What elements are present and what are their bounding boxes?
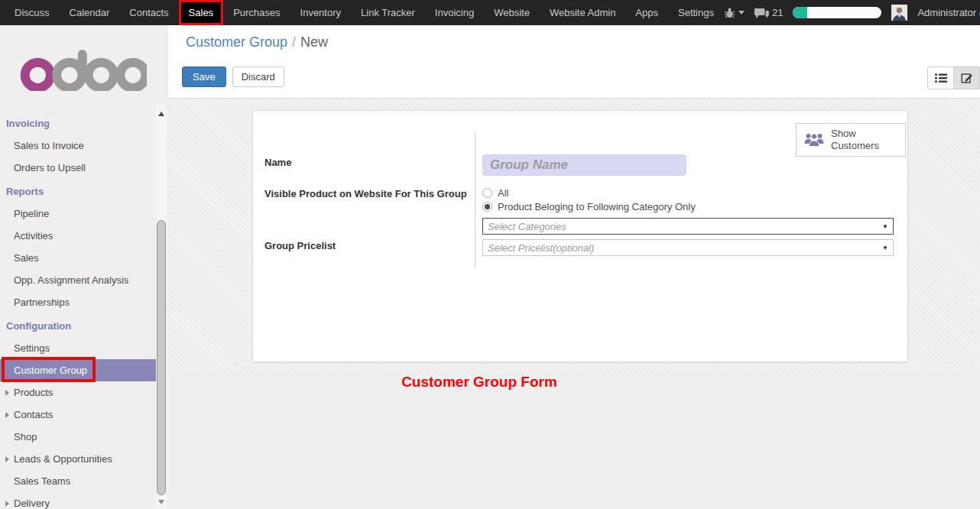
customer-group-form-card: Show Customers Name Visible Product on W… [252, 110, 908, 362]
expand-caret-icon [5, 501, 9, 507]
sidebar-item-delivery[interactable]: Delivery [0, 492, 156, 509]
expand-caret-icon [5, 412, 9, 418]
radio-button-unchecked[interactable] [482, 188, 492, 198]
sidebar-item-label: Delivery [14, 498, 50, 509]
list-view-button[interactable] [927, 66, 954, 89]
sidebar-item-pipeline[interactable]: Pipeline [0, 203, 156, 225]
odoo-logo [20, 48, 147, 91]
view-switcher [927, 66, 980, 89]
sidebar-item-customer-group[interactable]: Customer Group [0, 359, 156, 381]
radio-label: All [498, 187, 508, 199]
sidebar: Invoicing Sales to Invoice Orders to Ups… [0, 25, 168, 509]
pricelist-field-label: Group Pricelist [264, 240, 336, 251]
radio-label: Product Beloging to Following Category O… [498, 201, 696, 212]
control-panel: Customer Group/New Save Discard [168, 25, 980, 99]
breadcrumb-current: New [300, 34, 328, 50]
scroll-up-arrow-icon[interactable] [158, 112, 164, 116]
save-button[interactable]: Save [182, 66, 226, 87]
breadcrumb-separator: / [292, 34, 296, 50]
sidebar-header-invoicing: Invoicing [0, 111, 168, 135]
messages-button[interactable]: 21 [754, 7, 783, 19]
name-field-label: Name [264, 157, 291, 168]
sidebar-item-sales-to-invoice[interactable]: Sales to Invoice [0, 135, 156, 157]
nav-item-website-admin[interactable]: Website Admin [540, 0, 625, 25]
list-view-icon [935, 72, 947, 84]
sidebar-item-opp-assignment-analysis[interactable]: Opp. Assignment Analysis [0, 269, 156, 291]
sidebar-item-shop[interactable]: Shop [0, 426, 156, 448]
navbar-systray: 21 Administrator (braintree) [724, 0, 980, 25]
user-avatar[interactable] [891, 5, 907, 21]
nav-item-sales[interactable]: Sales [179, 0, 224, 25]
debug-menu-button[interactable] [724, 7, 745, 18]
chevron-down-icon: ▼ [882, 245, 888, 251]
expand-caret-icon [5, 390, 9, 396]
sidebar-item-partnerships[interactable]: Partnerships [0, 291, 156, 313]
chevron-down-icon: ▼ [882, 223, 888, 230]
main-content: Customer Group/New Save Discard [168, 25, 980, 509]
sidebar-header-configuration: Configuration [0, 313, 168, 337]
nav-item-purchases[interactable]: Purchases [223, 0, 290, 25]
chat-icon [754, 7, 769, 19]
sidebar-item-orders-to-upsell[interactable]: Orders to Upsell [0, 157, 156, 179]
bug-icon [724, 7, 735, 18]
sidebar-header-reports: Reports [0, 179, 168, 203]
form-action-buttons: Save Discard [182, 66, 284, 87]
sidebar-item-leads-opportunities[interactable]: Leads & Opportunities [0, 448, 156, 470]
customers-group-icon [804, 132, 824, 148]
nav-item-contacts[interactable]: Contacts [119, 0, 178, 25]
nav-item-discuss[interactable]: Discuss [5, 0, 60, 25]
sidebar-item-label: Leads & Opportunities [14, 453, 112, 465]
sidebar-item-sales-teams[interactable]: Sales Teams [0, 470, 156, 492]
select-categories-dropdown[interactable]: Select Categories ▼ [482, 218, 894, 235]
show-customers-button[interactable]: Show Customers [796, 123, 906, 157]
sidebar-item-label: Contacts [14, 409, 53, 420]
message-count-badge: 21 [772, 7, 783, 18]
radio-option-all[interactable]: All [482, 187, 508, 199]
sidebar-item-label: Products [14, 387, 53, 398]
sidebar-scrollbar-thumb[interactable] [157, 220, 166, 495]
user-menu[interactable]: Administrator (braintree) [917, 7, 980, 18]
nav-item-inventory[interactable]: Inventory [290, 0, 351, 25]
visibility-field-label: Visible Product on Website For This Grou… [264, 188, 467, 199]
breadcrumb-customer-group[interactable]: Customer Group [186, 34, 287, 50]
form-view-icon [961, 72, 973, 84]
top-menu: Discuss Calendar Contacts Sales Purchase… [5, 0, 724, 25]
chevron-down-icon [738, 11, 745, 15]
nav-item-link-tracker[interactable]: Link Tracker [351, 0, 425, 25]
sidebar-item-contacts[interactable]: Contacts [0, 404, 156, 426]
odoo-app-window: Discuss Calendar Contacts Sales Purchase… [0, 0, 980, 509]
expand-caret-icon [5, 456, 9, 462]
nav-item-website[interactable]: Website [484, 0, 540, 25]
form-sheet-background: Show Customers Name Visible Product on W… [168, 99, 980, 373]
form-column-divider [475, 132, 475, 268]
form-view-button[interactable] [954, 66, 980, 89]
nav-item-apps[interactable]: Apps [625, 0, 668, 25]
nav-item-calendar[interactable]: Calendar [60, 0, 120, 25]
nav-item-invoicing[interactable]: Invoicing [425, 0, 484, 25]
radio-button-checked[interactable] [482, 202, 492, 212]
show-customers-label: Show Customers [831, 128, 886, 153]
breadcrumb: Customer Group/New [186, 34, 328, 50]
sidebar-menu: Invoicing Sales to Invoice Orders to Ups… [0, 111, 168, 509]
scroll-down-arrow-icon[interactable] [158, 500, 164, 504]
discard-button[interactable]: Discard [232, 66, 284, 87]
select-placeholder: Select Categories [488, 221, 566, 232]
radio-option-category-only[interactable]: Product Beloging to Following Category O… [482, 201, 696, 212]
top-navbar: Discuss Calendar Contacts Sales Purchase… [0, 0, 980, 25]
sidebar-scrollbar[interactable] [156, 105, 167, 509]
timer-progress-pill [793, 7, 881, 18]
sidebar-item-sales[interactable]: Sales [0, 247, 156, 269]
group-name-input[interactable] [482, 154, 686, 176]
app-body: Invoicing Sales to Invoice Orders to Ups… [0, 25, 980, 509]
select-pricelist-dropdown[interactable]: Select Pricelist(optional) ▼ [482, 239, 894, 256]
timer-progress-fill [793, 7, 807, 18]
sidebar-item-products[interactable]: Products [0, 381, 156, 404]
annotation-caption: Customer Group Form [326, 374, 632, 391]
sidebar-item-settings[interactable]: Settings [0, 337, 156, 359]
sidebar-item-activities[interactable]: Activities [0, 225, 156, 247]
select-placeholder: Select Pricelist(optional) [488, 242, 594, 254]
nav-item-settings[interactable]: Settings [668, 0, 724, 25]
